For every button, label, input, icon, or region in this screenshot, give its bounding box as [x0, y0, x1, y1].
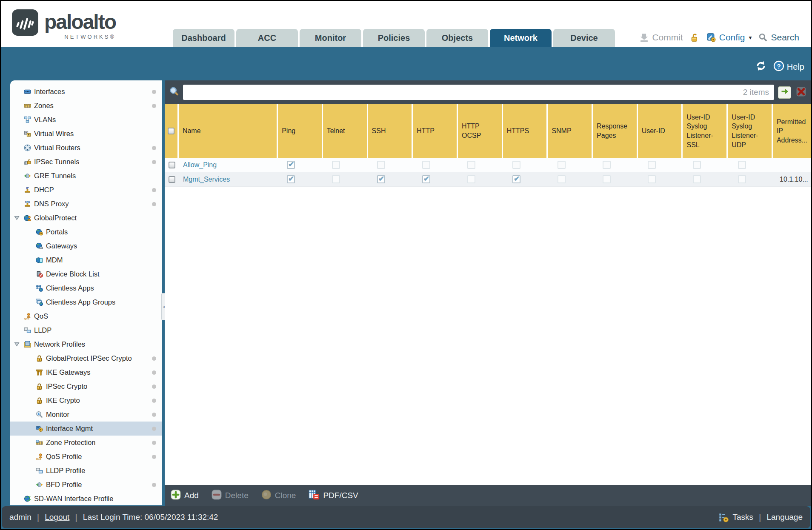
virtual-routers-icon — [24, 144, 31, 151]
column-header-user-id-syslog-listener-ssl[interactable]: User-ID Syslog Listener-SSL — [683, 104, 726, 158]
snmp-checkbox[interactable] — [558, 175, 566, 183]
expander-triangle-icon[interactable] — [14, 342, 20, 347]
tab-objects[interactable]: Objects — [426, 29, 488, 47]
https-checkbox[interactable] — [512, 175, 520, 183]
config-menu[interactable]: Config ▾ — [706, 32, 752, 43]
sidebar-item-globalprotect[interactable]: GlobalProtect — [10, 211, 162, 225]
sidebar-item-dns-proxy[interactable]: DNSDNS Proxy — [10, 197, 162, 211]
tab-acc[interactable]: ACC — [236, 29, 298, 47]
row-name-link[interactable]: Allow_Ping — [183, 161, 217, 169]
column-header-response-pages[interactable]: Response Pages — [593, 104, 637, 158]
sidebar-item-ike-crypto[interactable]: IKE Crypto — [10, 393, 162, 407]
logout-link[interactable]: Logout — [45, 513, 69, 522]
filter-input[interactable] — [187, 88, 743, 97]
select-all-checkbox[interactable] — [168, 128, 174, 134]
add-button[interactable]: Add — [171, 490, 199, 502]
sidebar-item-qos[interactable]: QoSQoS — [10, 309, 162, 323]
ping-checkbox[interactable] — [287, 161, 295, 169]
table-row-mgmt-services: Mgmt_Services10.1.10... — [165, 172, 811, 187]
expander-triangle-icon[interactable] — [14, 215, 20, 221]
sidebar-item-lldp[interactable]: LLDP — [10, 323, 162, 337]
http-checkbox[interactable] — [422, 175, 430, 183]
user-id-syslog-listener-udp-checkbox[interactable] — [738, 175, 746, 183]
sidebar-item-mdm[interactable]: MDM — [10, 253, 162, 267]
column-header-ping[interactable]: Ping — [278, 104, 322, 158]
user-id-checkbox[interactable] — [648, 175, 656, 183]
snmp-checkbox[interactable] — [558, 161, 566, 169]
sidebar-item-zone-protection[interactable]: Zone Protection — [10, 436, 162, 450]
http-ocsp-checkbox[interactable] — [467, 161, 475, 169]
lock-button[interactable] — [690, 33, 700, 43]
user-id-syslog-listener-udp-checkbox[interactable] — [738, 161, 746, 169]
sidebar-item-label: Virtual Routers — [34, 144, 80, 152]
ping-checkbox[interactable] — [287, 175, 295, 183]
column-header-permitted-ip-address[interactable]: Permitted IP Address... — [773, 104, 811, 158]
sidebar-item-interface-mgmt[interactable]: Interface Mgmt — [10, 422, 162, 436]
http-ocsp-checkbox[interactable] — [467, 175, 475, 183]
column-header-ssh[interactable]: SSH — [368, 104, 412, 158]
sidebar-item-network-profiles[interactable]: Network Profiles — [10, 337, 162, 351]
sidebar-item-ipsec-tunnels[interactable]: IPSec Tunnels — [10, 155, 162, 169]
sidebar-item-clientless-apps[interactable]: Clientless Apps — [10, 281, 162, 295]
ssh-checkbox[interactable] — [377, 161, 385, 169]
sidebar-item-globalprotect-ipsec-crypto[interactable]: GlobalProtect IPSec Crypto — [10, 351, 162, 365]
sidebar-item-interfaces[interactable]: Interfaces — [10, 85, 162, 99]
user-id-syslog-listener-ssl-checkbox[interactable] — [693, 161, 701, 169]
sidebar-item-clientless-app-groups[interactable]: Clientless App Groups — [10, 295, 162, 309]
ssh-checkbox[interactable] — [377, 175, 385, 183]
sidebar-item-vlans[interactable]: VLANs — [10, 113, 162, 127]
status-dot — [152, 188, 156, 192]
tab-policies[interactable]: Policies — [363, 29, 425, 47]
response-pages-checkbox[interactable] — [603, 161, 611, 169]
pdf-csv-button[interactable]: PDF/CSV — [309, 489, 358, 502]
sidebar-item-monitor[interactable]: Monitor — [10, 407, 162, 422]
refresh-icon[interactable] — [755, 60, 766, 74]
tasks-button[interactable]: Tasks — [732, 513, 753, 522]
column-header-http-ocsp[interactable]: HTTP OCSP — [458, 104, 502, 158]
http-checkbox[interactable] — [422, 161, 430, 169]
sidebar-item-device-block-list[interactable]: Device Block List — [10, 267, 162, 281]
user-id-syslog-listener-ssl-checkbox[interactable] — [693, 175, 701, 183]
sidebar-item-lldp-profile[interactable]: LLDP Profile — [10, 464, 162, 478]
sidebar-item-sd-wan-interface-profile[interactable]: SD-WAN Interface Profile — [10, 492, 162, 505]
sidebar-item-zones[interactable]: Zones — [10, 99, 162, 113]
qos-profile-icon: QoS — [36, 453, 43, 460]
sidebar-item-gre-tunnels[interactable]: GRE Tunnels — [10, 169, 162, 183]
row-select-checkbox[interactable] — [169, 162, 175, 168]
sidebar-item-gateways[interactable]: Gateways — [10, 239, 162, 253]
response-pages-checkbox[interactable] — [603, 175, 611, 183]
column-header-name[interactable]: Name — [179, 104, 277, 158]
sidebar-item-portals[interactable]: Portals — [10, 225, 162, 239]
global-search-button[interactable]: Search — [758, 32, 799, 43]
help-link[interactable]: ? Help — [773, 60, 804, 74]
tab-monitor[interactable]: Monitor — [300, 29, 361, 47]
column-header-http[interactable]: HTTP — [413, 104, 457, 158]
filter-search-icon — [169, 86, 179, 98]
user-id-checkbox[interactable] — [648, 161, 656, 169]
sidebar-item-ipsec-crypto[interactable]: IPSec Crypto — [10, 379, 162, 393]
sidebar-item-dhcp[interactable]: IPDHCP — [10, 183, 162, 197]
language-button[interactable]: Language — [766, 513, 803, 522]
https-checkbox[interactable] — [512, 161, 520, 169]
sidebar-item-virtual-wires[interactable]: Virtual Wires — [10, 127, 162, 141]
column-header-telnet[interactable]: Telnet — [323, 104, 367, 158]
sidebar-item-ike-gateways[interactable]: IKE Gateways — [10, 365, 162, 379]
row-select-checkbox[interactable] — [169, 176, 175, 183]
column-header-user-id[interactable]: User-ID — [638, 104, 682, 158]
sidebar-item-bfd-profile[interactable]: BFD Profile — [10, 478, 162, 492]
tab-device[interactable]: Device — [553, 29, 615, 47]
commit-button[interactable]: Commit — [639, 32, 683, 43]
paloalto-logo-icon — [12, 9, 38, 37]
column-header-user-id-syslog-listener-udp[interactable]: User-ID Syslog Listener-UDP — [728, 104, 772, 158]
column-header-https[interactable]: HTTPS — [503, 104, 547, 158]
column-header-snmp[interactable]: SNMP — [548, 104, 592, 158]
tab-network[interactable]: Network — [490, 29, 552, 47]
clear-filter-button[interactable] — [795, 86, 807, 98]
sidebar-item-qos-profile[interactable]: QoSQoS Profile — [10, 450, 162, 464]
sidebar-item-virtual-routers[interactable]: Virtual Routers — [10, 141, 162, 155]
telnet-checkbox[interactable] — [332, 161, 340, 169]
tab-dashboard[interactable]: Dashboard — [173, 29, 234, 47]
telnet-checkbox[interactable] — [332, 175, 340, 183]
apply-filter-button[interactable] — [778, 86, 791, 99]
row-name-link[interactable]: Mgmt_Services — [183, 176, 230, 183]
